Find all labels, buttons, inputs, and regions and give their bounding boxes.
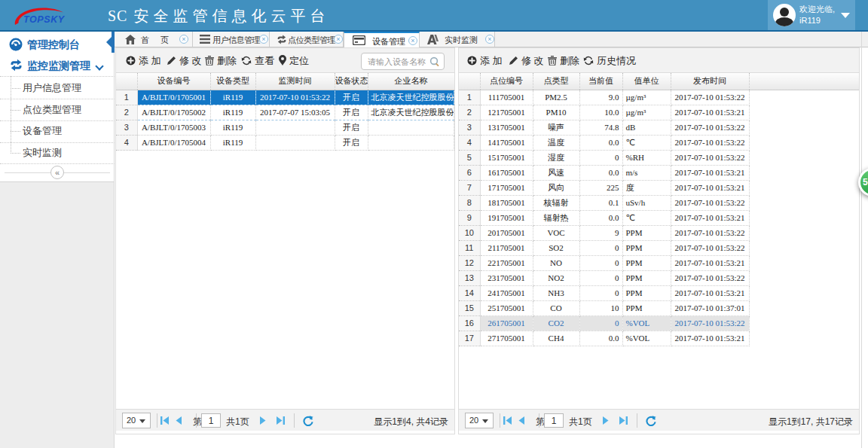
- svg-text:TOPSKY: TOPSKY: [23, 14, 66, 25]
